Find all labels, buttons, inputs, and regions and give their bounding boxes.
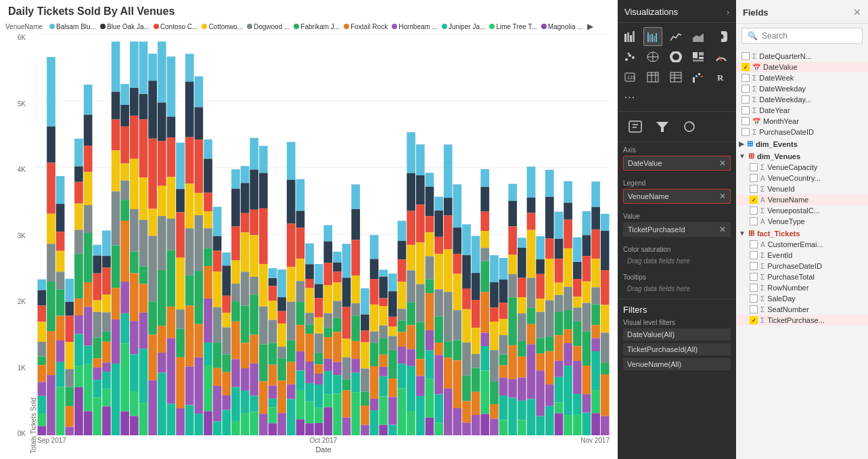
field-checkbox-venuepostal[interactable] (750, 206, 758, 215)
field-item-dateweek[interactable]: Σ DateWeek (736, 72, 868, 83)
field-checkbox-purchasedateid2[interactable] (750, 262, 758, 270)
field-item-venuepostal[interactable]: Σ VenuepostalC... (736, 205, 868, 216)
field-item-dateweekday[interactable]: Σ DateWeekday (736, 83, 868, 94)
field-checkbox-venueid[interactable] (750, 185, 758, 193)
svg-rect-254 (269, 385, 277, 398)
viz-icon-area[interactable] (689, 27, 708, 46)
field-item-monthyear[interactable]: 📅 MonthYear (736, 116, 868, 127)
field-item-seatnumber[interactable]: Σ SeatNumber (736, 304, 868, 315)
viz-icon-map[interactable] (643, 47, 662, 66)
field-item-ticketpurchase[interactable]: ✓ Σ TicketPurchase... (736, 315, 868, 326)
svg-rect-96 (120, 84, 129, 105)
field-checkbox-venuetype[interactable] (750, 217, 758, 225)
viz-icon-r[interactable]: R (712, 68, 731, 87)
svg-rect-232 (250, 235, 258, 277)
viz-filter-icon[interactable] (652, 117, 673, 136)
legend-more-btn[interactable]: ▶ (587, 22, 593, 31)
field-checkbox-rownumber[interactable] (750, 284, 758, 292)
field-item-saleday[interactable]: Σ SaleDay (736, 293, 868, 304)
field-checkbox-venuecountry[interactable] (750, 174, 758, 182)
field-item-dateweekday2[interactable]: Σ DateWeekday... (736, 94, 868, 105)
field-checkbox-monthyear[interactable] (741, 117, 750, 125)
field-checkbox-seatnumber[interactable] (750, 305, 758, 313)
viz-icon-table[interactable] (643, 68, 662, 87)
value-tag[interactable]: TicketPurchaseId ✕ (623, 222, 731, 237)
filter-ticketpurchaseid[interactable]: TicketPurchaseId(All) (623, 343, 731, 355)
fields-search-input[interactable] (762, 31, 863, 41)
filter-venuename[interactable]: VenueName(All) (623, 358, 731, 370)
field-item-customeremail[interactable]: A CustomerEmai... (736, 239, 868, 250)
viz-icon-waterfall[interactable] (689, 68, 708, 87)
svg-rect-374 (379, 425, 388, 435)
svg-rect-137 (158, 102, 166, 141)
viz-icon-pie[interactable] (712, 27, 731, 46)
viz-icon-clustered-bar[interactable] (643, 27, 662, 46)
viz-icon-matrix[interactable] (666, 68, 685, 87)
field-item-venuecapacity[interactable]: Σ VenueCapacity (736, 162, 868, 173)
field-checkbox-venuename[interactable]: ✓ (750, 196, 758, 204)
svg-rect-42 (65, 406, 74, 427)
svg-rect-510 (518, 357, 526, 378)
axis-tag[interactable]: DateValue ✕ (623, 156, 731, 171)
viz-format-icon[interactable] (624, 117, 646, 136)
field-checkbox-ticketpurchase[interactable]: ✓ (750, 316, 758, 324)
svg-rect-512 (518, 401, 526, 420)
value-remove-btn[interactable]: ✕ (719, 225, 726, 234)
svg-rect-383 (388, 424, 397, 435)
field-item-dateyear[interactable]: Σ DateYear (736, 105, 868, 116)
field-item-purchasedateid2[interactable]: Σ PurchaseDateID (736, 261, 868, 271)
field-name-dateweek: DateWeek (759, 74, 863, 82)
svg-rect-66 (93, 245, 101, 256)
viz-icon-line[interactable] (666, 27, 685, 46)
y-label-3k: 3K (18, 232, 26, 240)
field-checkbox-purchasetotal[interactable] (750, 273, 758, 281)
viz-icon-stacked-bar[interactable] (620, 27, 639, 46)
field-item-purchasedateid[interactable]: Σ PurchaseDateID (736, 127, 868, 137)
field-checkbox-customeremail[interactable] (750, 240, 758, 248)
legend-item-4: Dogwood ... (247, 23, 290, 30)
svg-rect-160 (176, 357, 185, 408)
svg-rect-350 (361, 343, 369, 369)
field-group-dim-events[interactable]: ▶ ⊞ dim_Events (736, 137, 868, 150)
viz-icon-gauge[interactable] (712, 47, 731, 66)
fields-search-box[interactable]: 🔍 (741, 28, 863, 44)
field-item-datequartern[interactable]: Σ DateQuarterN... (736, 51, 868, 62)
axis-remove-btn[interactable]: ✕ (719, 158, 726, 168)
viz-icon-scatter[interactable] (620, 47, 639, 66)
filter-datevalue[interactable]: DateValue(All) (623, 328, 731, 341)
field-checkbox-saleday[interactable] (750, 294, 758, 303)
field-item-purchasetotal[interactable]: Σ PurchaseTotal (736, 271, 868, 282)
viz-icon-card[interactable]: 123 (620, 68, 639, 87)
viz-icon-donut[interactable] (666, 47, 685, 66)
field-checkbox-dateweekday2[interactable] (741, 95, 750, 104)
field-checkbox-dateyear[interactable] (741, 106, 750, 114)
field-checkbox-datevalue[interactable]: ✓ (741, 63, 750, 71)
svg-rect-89 (112, 120, 120, 151)
field-group-fact-tickets[interactable]: ▼ ⊞ fact_Tickets (736, 227, 868, 239)
viz-expand-btn[interactable]: › (727, 7, 729, 17)
fields-close-btn[interactable]: ✕ (853, 7, 861, 18)
field-group-dim-venues[interactable]: ▼ ⊞ dim_Venues (736, 150, 868, 162)
field-checkbox-dateweekday[interactable] (741, 85, 750, 93)
field-checkbox-datequartern[interactable] (741, 52, 750, 60)
svg-rect-431 (434, 355, 443, 394)
field-item-venuename[interactable]: ✓ A VenueName (736, 194, 868, 205)
field-item-eventid[interactable]: Σ EventId (736, 250, 868, 261)
svg-rect-343 (351, 341, 360, 359)
viz-icon-more[interactable]: ··· (620, 88, 639, 107)
field-item-rownumber[interactable]: Σ RowNumber (736, 282, 868, 293)
field-item-datevalue[interactable]: ✓ 📅 DateValue (736, 62, 868, 72)
field-item-venueid[interactable]: Σ VenueId (736, 183, 868, 194)
viz-analytics-icon[interactable] (679, 117, 700, 136)
field-checkbox-eventid[interactable] (750, 251, 758, 259)
field-checkbox-venuecapacity[interactable] (750, 163, 758, 171)
svg-rect-119 (139, 94, 148, 120)
legend-remove-btn[interactable]: ✕ (719, 192, 726, 201)
field-checkbox-dateweek[interactable] (741, 74, 750, 82)
viz-icon-treemap[interactable] (689, 47, 708, 66)
field-item-venuetype[interactable]: A VenueType (736, 216, 868, 227)
legend-tag[interactable]: VenueName ✕ (623, 189, 731, 204)
field-item-venuecountry[interactable]: A VenueCountry... (736, 173, 868, 183)
field-checkbox-purchasedateid[interactable] (741, 128, 750, 136)
svg-rect-355 (370, 235, 379, 259)
